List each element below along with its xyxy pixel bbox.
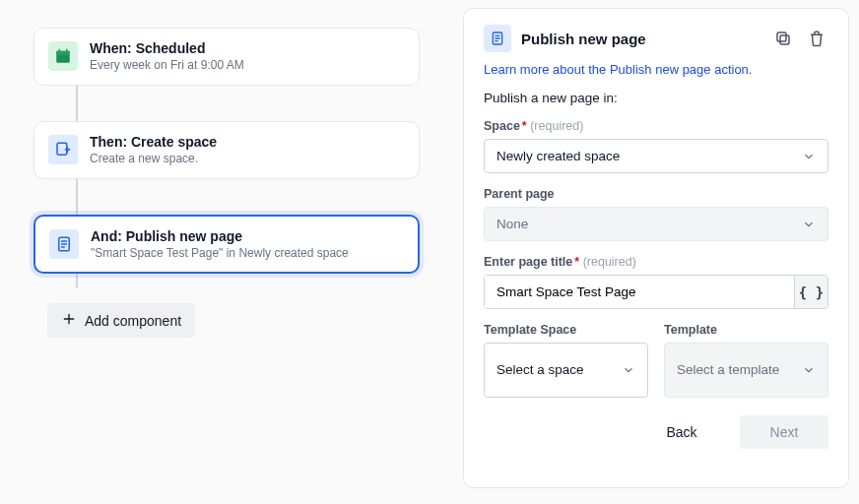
flow-card-when[interactable]: When: Scheduled Every week on Fri at 9:0…: [33, 28, 420, 86]
parent-select[interactable]: None: [484, 207, 828, 241]
space-select[interactable]: Newly created space: [484, 139, 828, 173]
template-label: Template: [664, 323, 828, 337]
template-space-label: Template Space: [484, 323, 648, 337]
template-space-select[interactable]: Select a space: [484, 343, 648, 398]
flow-then-subtitle: Create a new space.: [90, 152, 217, 167]
svg-rect-2: [59, 49, 61, 53]
plus-icon: [61, 311, 77, 330]
svg-rect-8: [777, 32, 786, 41]
template-select[interactable]: Select a template: [664, 343, 828, 398]
flow-card-then[interactable]: Then: Create space Create a new space.: [33, 121, 420, 179]
flow-connector: [76, 179, 78, 215]
next-button[interactable]: Next: [740, 415, 828, 449]
flow-when-title: When: Scheduled: [90, 39, 244, 57]
config-panel: Publish new page Learn more about the Pu…: [463, 8, 849, 488]
flow-then-title: Then: Create space: [90, 133, 217, 151]
delete-button[interactable]: [805, 27, 828, 50]
space-value: Newly created space: [496, 149, 620, 163]
flow-connector: [76, 86, 78, 121]
space-label: Space* (required): [484, 119, 828, 133]
panel-intro: Publish a new page in:: [484, 91, 828, 105]
panel-title: Publish new page: [521, 31, 761, 47]
page-title-input[interactable]: [485, 276, 794, 308]
add-component-button[interactable]: Add component: [47, 303, 195, 338]
insert-variable-button[interactable]: { }: [794, 276, 827, 308]
page-icon: [484, 25, 511, 52]
duplicate-button[interactable]: [771, 27, 795, 50]
calendar-icon: [48, 41, 78, 71]
chevron-down-icon: [802, 218, 816, 231]
page-title-label: Enter page title* (required): [484, 255, 828, 269]
flow-and-subtitle: "Smart Space Test Page" in Newly created…: [91, 246, 349, 262]
flow-when-subtitle: Every week on Fri at 9:00 AM: [90, 58, 244, 74]
chevron-down-icon: [622, 363, 635, 377]
parent-label: Parent page: [484, 187, 828, 201]
svg-rect-7: [780, 35, 789, 44]
flow-and-title: And: Publish new page: [91, 227, 349, 245]
learn-more-link[interactable]: Learn more about the Publish new page ac…: [484, 62, 828, 77]
chevron-down-icon: [802, 150, 816, 163]
template-value: Select a template: [677, 362, 779, 378]
parent-value: None: [496, 217, 528, 231]
flow-card-and[interactable]: And: Publish new page "Smart Space Test …: [33, 215, 420, 275]
add-component-label: Add component: [85, 313, 181, 329]
svg-rect-3: [66, 49, 68, 53]
chevron-down-icon: [802, 363, 816, 377]
template-space-value: Select a space: [496, 362, 584, 378]
flow-connector: [76, 274, 78, 287]
page-title-input-wrap: { }: [484, 275, 828, 309]
page-icon: [49, 229, 79, 259]
create-space-icon: [48, 135, 78, 164]
svg-rect-1: [56, 51, 70, 55]
back-button[interactable]: Back: [637, 415, 726, 449]
